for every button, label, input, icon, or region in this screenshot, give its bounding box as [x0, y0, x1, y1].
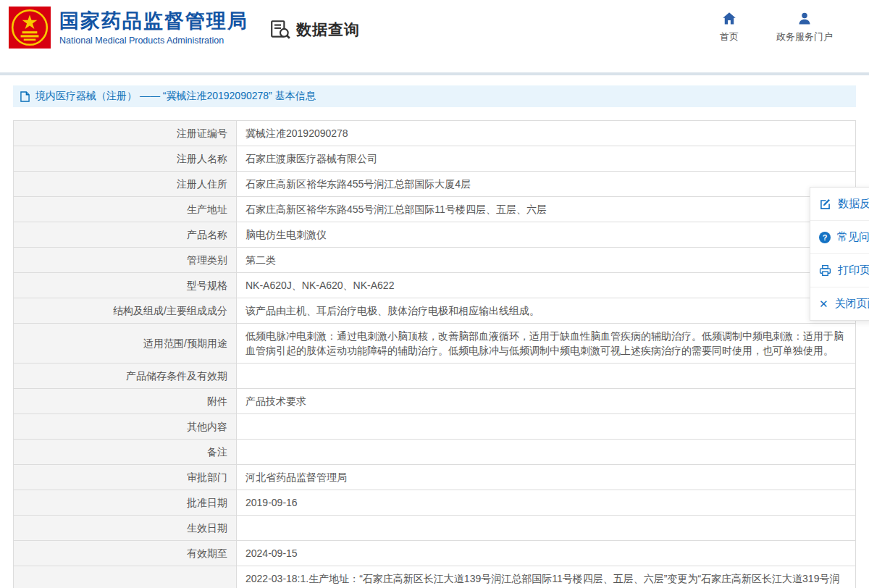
nav-home-label: 首页 — [720, 30, 739, 43]
nav-gov-portal[interactable]: 政务服务门户 — [776, 12, 833, 43]
row-value: 产品技术要求 — [237, 389, 856, 414]
row-value: 石家庄高新区裕华东路455号润江总部国际11号楼四层、五层、六层 — [237, 197, 856, 222]
registration-info-table: 注册证编号冀械注准20192090278注册人名称石家庄渡康医疗器械有限公司注册… — [13, 120, 856, 588]
nav-home[interactable]: 首页 — [720, 12, 739, 43]
table-row: 审批部门河北省药品监督管理局 — [14, 465, 856, 490]
row-value: 该产品由主机、耳后治疗电极、肢体治疗电极和相应输出线组成。 — [237, 298, 856, 324]
action-faq[interactable]: ? 常见问题 — [810, 221, 869, 254]
breadcrumb: 境内医疗器械（注册） —— “冀械注准20192090278” 基本信息 — [13, 85, 856, 107]
table-row: 2022-03-18:1.生产地址：“石家庄高新区长江大道139号润江总部国际1… — [14, 566, 856, 588]
table-row: 管理类别第二类 — [14, 248, 856, 273]
action-label: 常见问题 — [837, 230, 869, 244]
table-row: 注册人住所石家庄高新区裕华东路455号润江总部国际大厦4层 — [14, 172, 856, 197]
data-query-icon — [269, 19, 291, 41]
row-value — [237, 440, 856, 465]
action-print-page[interactable]: 打印页面 — [810, 254, 869, 287]
row-label: 生产地址 — [14, 197, 237, 222]
row-value: 2024-09-15 — [237, 541, 856, 566]
row-value: 石家庄高新区裕华东路455号润江总部国际大厦4层 — [237, 172, 856, 197]
national-emblem-icon — [9, 7, 51, 49]
row-value: 石家庄渡康医疗器械有限公司 — [237, 146, 856, 172]
row-label: 有效期至 — [14, 541, 237, 566]
row-value — [237, 364, 856, 389]
print-icon — [819, 264, 831, 277]
row-label: 产品储存条件及有效期 — [14, 364, 237, 389]
table-row: 产品名称脑电仿生电刺激仪 — [14, 222, 856, 248]
row-label: 注册证编号 — [14, 121, 237, 146]
row-label: 注册人住所 — [14, 172, 237, 197]
main-content: 境内医疗器械（注册） —— “冀械注准20192090278” 基本信息 注册证… — [0, 85, 869, 588]
close-icon: ✕ — [819, 298, 828, 309]
row-value — [237, 516, 856, 541]
action-label: 关闭页面 — [835, 297, 869, 311]
data-query-link[interactable]: 数据查询 — [269, 19, 360, 41]
breadcrumb-text: 境内医疗器械（注册） —— “冀械注准20192090278” 基本信息 — [35, 90, 316, 103]
row-value: 低频电脉冲电刺激：通过电刺激小脑顶核，改善脑部血液循环，适用于缺血性脑血管疾病的… — [237, 324, 856, 364]
nav-gov-portal-label: 政务服务门户 — [776, 30, 833, 43]
home-icon — [722, 12, 736, 26]
table-row: 生产地址石家庄高新区裕华东路455号润江总部国际11号楼四层、五层、六层 — [14, 197, 856, 222]
row-value: 2019-09-16 — [237, 490, 856, 516]
header-nav: 首页 政务服务门户 — [720, 12, 833, 43]
table-row: 型号规格NK-A620J、NK-A620、NK-A622 — [14, 273, 856, 298]
document-icon — [20, 91, 30, 102]
table-row: 附件产品技术要求 — [14, 389, 856, 414]
table-row: 注册人名称石家庄渡康医疗器械有限公司 — [14, 146, 856, 172]
feedback-icon — [819, 198, 831, 210]
row-label: 批准日期 — [14, 490, 237, 516]
info-table-body: 注册证编号冀械注准20192090278注册人名称石家庄渡康医疗器械有限公司注册… — [14, 121, 856, 588]
row-value: 第二类 — [237, 248, 856, 273]
table-row: 生效日期 — [14, 516, 856, 541]
row-label: 附件 — [14, 389, 237, 414]
table-row: 批准日期2019-09-16 — [14, 490, 856, 516]
registration-info-table-wrap: 注册证编号冀械注准20192090278注册人名称石家庄渡康医疗器械有限公司注册… — [13, 120, 856, 588]
row-label: 管理类别 — [14, 248, 237, 273]
row-value: 脑电仿生电刺激仪 — [237, 222, 856, 248]
action-label: 打印页面 — [838, 264, 869, 277]
org-title-en: National Medical Products Administration — [59, 35, 248, 46]
row-label: 注册人名称 — [14, 146, 237, 172]
action-data-feedback[interactable]: 数据反馈 — [810, 188, 869, 221]
row-label: 生效日期 — [14, 516, 237, 541]
row-label: 审批部门 — [14, 465, 237, 490]
nmpa-logo[interactable]: 国家药品监督管理局 National Medical Products Admi… — [9, 7, 248, 49]
row-label: 适用范围/预期用途 — [14, 324, 237, 364]
header-divider — [0, 72, 869, 75]
row-value: 冀械注准20192090278 — [237, 121, 856, 146]
row-label: 备注 — [14, 440, 237, 465]
row-label — [14, 566, 237, 588]
row-label: 型号规格 — [14, 273, 237, 298]
table-row: 产品储存条件及有效期 — [14, 364, 856, 389]
action-label: 数据反馈 — [838, 197, 869, 211]
table-row: 其他内容 — [14, 414, 856, 440]
table-row: 结构及组成/主要组成成分该产品由主机、耳后治疗电极、肢体治疗电极和相应输出线组成… — [14, 298, 856, 324]
row-value — [237, 414, 856, 440]
floating-action-panel: 数据反馈 ? 常见问题 打印页面 ✕ 关闭页面 — [810, 187, 869, 321]
table-row: 有效期至2024-09-15 — [14, 541, 856, 566]
data-query-title: 数据查询 — [296, 20, 360, 40]
question-icon: ? — [819, 232, 831, 243]
row-label: 其他内容 — [14, 414, 237, 440]
row-value: NK-A620J、NK-A620、NK-A622 — [237, 273, 856, 298]
row-label: 产品名称 — [14, 222, 237, 248]
org-title-block: 国家药品监督管理局 National Medical Products Admi… — [59, 9, 248, 46]
table-row: 适用范围/预期用途低频电脉冲电刺激：通过电刺激小脑顶核，改善脑部血液循环，适用于… — [14, 324, 856, 364]
site-header: 国家药品监督管理局 National Medical Products Admi… — [0, 0, 869, 72]
table-row: 备注 — [14, 440, 856, 465]
row-value: 2022-03-18:1.生产地址：“石家庄高新区长江大道139号润江总部国际1… — [237, 566, 856, 588]
row-value: 河北省药品监督管理局 — [237, 465, 856, 490]
org-title-cn: 国家药品监督管理局 — [59, 9, 248, 34]
table-row: 注册证编号冀械注准20192090278 — [14, 121, 856, 146]
action-close-page[interactable]: ✕ 关闭页面 — [810, 287, 869, 320]
row-label: 结构及组成/主要组成成分 — [14, 298, 237, 324]
user-icon — [797, 12, 812, 26]
